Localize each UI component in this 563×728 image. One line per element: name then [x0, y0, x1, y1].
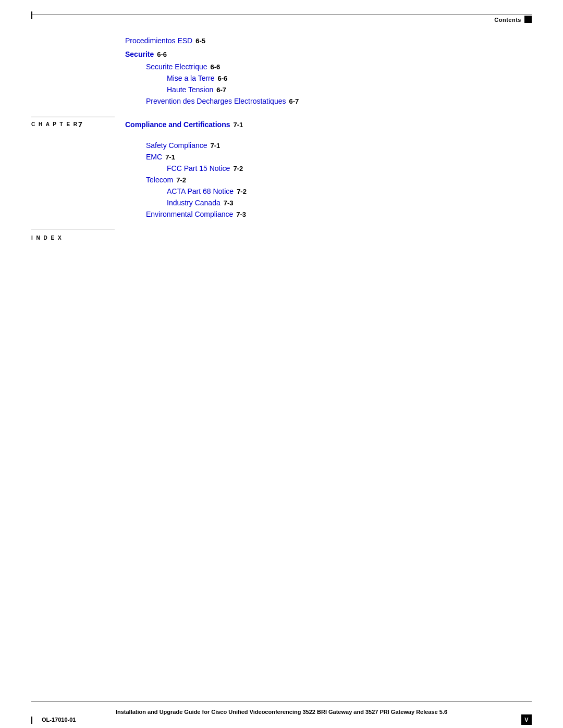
index-rule	[31, 229, 115, 229]
footer: Installation and Upgrade Guide for Cisco…	[0, 701, 563, 728]
toc-entry-securite-electrique: Securite Electrique 6-6	[146, 63, 532, 71]
chapter7-section: C H A P T E R 7 Compliance and Certifica…	[31, 117, 532, 218]
toc-page-safety-compliance: 7-1	[211, 142, 221, 150]
toc-page-acta-part68: 7-2	[237, 188, 247, 195]
toc-link-acta-part68[interactable]: ACTA Part 68 Notice	[167, 187, 234, 195]
toc-link-securite-electrique[interactable]: Securite Electrique	[146, 63, 207, 71]
toc-entry-mise-a-la-terre: Mise a la Terre 6-6	[167, 74, 532, 82]
toc-entry-prevention: Prevention des Decharges Electrostatique…	[146, 97, 532, 105]
toc-entry-securite: Securite 6-6	[125, 50, 532, 58]
index-label: I N D E X	[31, 235, 63, 241]
index-section: I N D E X	[31, 229, 532, 242]
toc-entry-haute-tension: Haute Tension 6-7	[167, 85, 532, 94]
toc-entry-environmental-compliance: Environmental Compliance 7-3	[146, 210, 532, 218]
footer-page-box: V	[521, 714, 532, 725]
top-border	[31, 15, 532, 15]
footer-left-mark	[31, 717, 32, 724]
toc-link-haute-tension[interactable]: Haute Tension	[167, 85, 213, 94]
footer-page-number: V	[524, 717, 528, 723]
chapter7-header-row: C H A P T E R 7 Compliance and Certifica…	[31, 120, 532, 129]
toc-link-prevention[interactable]: Prevention des Decharges Electrostatique…	[146, 97, 286, 105]
contents-label: Contents	[494, 17, 521, 23]
toc-page-industry-canada: 7-3	[224, 199, 234, 207]
chapter7-number: 7	[78, 120, 82, 129]
chapter-label: C H A P T E R	[31, 121, 78, 127]
toc-page-securite: 6-6	[157, 51, 167, 58]
toc-link-safety-compliance[interactable]: Safety Compliance	[146, 141, 207, 150]
toc-link-securite[interactable]: Securite	[125, 50, 154, 58]
toc-entry-fcc-part15: FCC Part 15 Notice 7-2	[167, 164, 532, 172]
toc-page-mise-a-la-terre: 6-6	[218, 75, 228, 82]
toc-entry-safety-compliance: Safety Compliance 7-1	[146, 141, 532, 150]
footer-top-line	[31, 701, 532, 701]
toc-link-environmental-compliance[interactable]: Environmental Compliance	[146, 210, 233, 218]
toc-page-haute-tension: 6-7	[216, 86, 226, 94]
toc-page-securite-electrique: 6-6	[211, 63, 221, 71]
top-left-mark	[31, 11, 32, 19]
toc-entry-acta-part68: ACTA Part 68 Notice 7-2	[167, 187, 532, 195]
toc-link-chapter7-title[interactable]: Compliance and Certifications	[125, 120, 230, 129]
toc-entry-procedimientos-esd: Procedimientos ESD 6-5	[125, 36, 532, 45]
toc-entry-telecom: Telecom 7-2	[146, 176, 532, 184]
toc-link-telecom[interactable]: Telecom	[146, 176, 173, 184]
footer-center-text: Installation and Upgrade Guide for Cisco…	[0, 709, 563, 715]
content-area: Procedimientos ESD 6-5 Securite 6-6 Secu…	[31, 36, 532, 242]
chapter7-rule	[31, 117, 115, 117]
footer-doc-number: OL-17010-01	[42, 717, 76, 723]
chapter7-sub-entries: Safety Compliance 7-1 EMC 7-1 FCC Part 1…	[31, 141, 532, 218]
toc-page-chapter7: 7-1	[233, 121, 243, 129]
toc-page-procedimientos-esd: 6-5	[195, 37, 205, 45]
toc-entry-industry-canada: Industry Canada 7-3	[167, 199, 532, 207]
toc-page-fcc-part15: 7-2	[233, 165, 243, 172]
chapter7-title-container: Compliance and Certifications 7-1	[125, 120, 243, 129]
toc-link-fcc-part15[interactable]: FCC Part 15 Notice	[167, 164, 230, 172]
contents-square	[524, 16, 532, 23]
toc-link-procedimientos-esd[interactable]: Procedimientos ESD	[125, 36, 192, 45]
toc-entry-emc: EMC 7-1	[146, 153, 532, 161]
toc-page-telecom: 7-2	[176, 176, 186, 184]
toc-link-emc[interactable]: EMC	[146, 153, 162, 161]
toc-link-mise-a-la-terre[interactable]: Mise a la Terre	[167, 74, 215, 82]
toc-page-environmental-compliance: 7-3	[236, 211, 246, 218]
toc-page-emc: 7-1	[165, 153, 175, 161]
toc-link-industry-canada[interactable]: Industry Canada	[167, 199, 221, 207]
toc-page-prevention: 6-7	[289, 97, 299, 105]
